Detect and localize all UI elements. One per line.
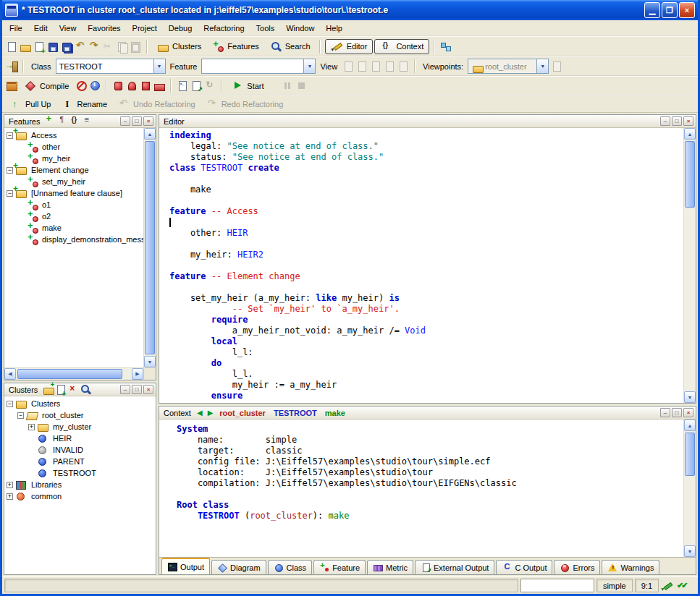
features-tool-button[interactable]: Features: [207, 39, 263, 54]
menu-tools[interactable]: Tools: [250, 22, 281, 35]
tree-item-unnamed-feature-clause[interactable]: −[Unnamed feature clause]: [4, 187, 143, 199]
restore-button[interactable]: ❐: [662, 2, 678, 18]
external-console-icon[interactable]: [190, 80, 203, 92]
menu-debug[interactable]: Debug: [163, 22, 198, 35]
tree-item-heir[interactable]: HEIR: [4, 433, 156, 444]
close-panel-button[interactable]: ×: [143, 116, 153, 126]
tree-item-root-cluster[interactable]: −root_cluster: [4, 409, 156, 421]
tab-warnings[interactable]: Warnings: [602, 560, 659, 574]
maximize-panel-button[interactable]: □: [672, 408, 682, 417]
expand-icon[interactable]: +: [7, 493, 13, 500]
tree-item-clusters[interactable]: −Clusters: [4, 398, 156, 409]
features-horizontal-scrollbar[interactable]: ◀ ▶: [4, 367, 156, 380]
pull-up-button[interactable]: Pull Up: [5, 97, 55, 112]
add-document-icon[interactable]: [33, 41, 46, 53]
collapse-icon[interactable]: −: [17, 412, 24, 419]
tree-item-make[interactable]: make: [4, 222, 143, 234]
scroll-thumb[interactable]: [145, 141, 155, 354]
scroll-up-icon[interactable]: ▲: [144, 128, 156, 140]
tab-class[interactable]: Class: [268, 560, 313, 574]
remove-item-icon[interactable]: [67, 383, 78, 396]
signature-icon[interactable]: [56, 115, 68, 127]
expand-icon[interactable]: +: [7, 482, 13, 488]
maximize-panel-button[interactable]: □: [132, 116, 142, 126]
features-vertical-scrollbar[interactable]: ▲ ▼: [143, 128, 156, 367]
tree-item-other[interactable]: other: [4, 141, 143, 153]
collapse-icon[interactable]: −: [7, 167, 13, 174]
menu-file[interactable]: File: [4, 22, 28, 35]
chevron-down-icon[interactable]: ▼: [536, 59, 549, 74]
add-class-icon[interactable]: [54, 383, 66, 396]
collapse-icon[interactable]: −: [7, 132, 13, 139]
start-button[interactable]: Start: [227, 78, 268, 93]
diagram-tool-icon[interactable]: [439, 41, 452, 53]
system-info-icon[interactable]: [5, 80, 18, 92]
redo-icon[interactable]: [88, 41, 101, 53]
tab-external-output[interactable]: External Output: [415, 560, 494, 574]
breadcrumb-feature[interactable]: make: [322, 409, 348, 417]
save-all-icon[interactable]: [60, 41, 73, 53]
add-feature-icon[interactable]: [44, 115, 56, 127]
melt-icon[interactable]: [111, 80, 125, 92]
editor-tool-button[interactable]: Editor: [325, 39, 374, 54]
viewpoints-combobox[interactable]: root_cluster ▼: [468, 59, 549, 74]
compile-button[interactable]: Compile: [20, 78, 73, 93]
close-panel-button[interactable]: ×: [143, 385, 153, 394]
class-combobox-value[interactable]: TESTROOT: [56, 59, 153, 74]
context-vertical-scrollbar[interactable]: ▲ ▼: [683, 420, 696, 557]
close-panel-button[interactable]: ×: [683, 116, 693, 126]
collapse-icon[interactable]: −: [7, 401, 13, 407]
maximize-panel-button[interactable]: □: [132, 385, 142, 394]
tree-item-my-heir[interactable]: my_heir: [4, 153, 143, 164]
maximize-panel-button[interactable]: □: [672, 116, 682, 126]
tab-metric[interactable]: Metric: [367, 560, 413, 574]
collapse-icon[interactable]: −: [7, 190, 13, 197]
tree-item-common[interactable]: +common: [4, 490, 156, 502]
breadcrumb-cluster[interactable]: root_cluster: [216, 409, 269, 417]
close-panel-button[interactable]: ×: [683, 408, 693, 417]
search-small-icon[interactable]: [79, 383, 90, 396]
minimize-panel-button[interactable]: –: [120, 116, 130, 126]
scroll-track[interactable]: [16, 368, 132, 380]
tree-item-o1[interactable]: o1: [4, 199, 143, 210]
tree-item-parent[interactable]: PARENT: [4, 456, 156, 467]
status-input[interactable]: [520, 579, 594, 592]
new-document-icon[interactable]: [5, 41, 18, 53]
editor-code-area[interactable]: indexing legal: "See notice at end of cl…: [159, 128, 683, 403]
tree-item-element-change[interactable]: −Element change: [4, 164, 143, 176]
scroll-track[interactable]: [684, 140, 696, 391]
tree-item-libraries[interactable]: +Libraries: [4, 479, 156, 490]
minimize-button[interactable]: ▁: [644, 2, 660, 18]
tab-c-output[interactable]: C Output: [496, 560, 552, 574]
navigate-back-icon[interactable]: ◀: [195, 409, 204, 417]
menu-edit[interactable]: Edit: [28, 22, 54, 35]
console-icon[interactable]: [176, 80, 189, 92]
alias-icon[interactable]: [81, 115, 93, 127]
chevron-down-icon[interactable]: ▼: [303, 59, 316, 74]
scroll-up-icon[interactable]: ▲: [684, 420, 696, 431]
tree-item-invalid[interactable]: INVALID: [4, 444, 156, 456]
tab-diagram[interactable]: Diagram: [211, 560, 266, 574]
expand-icon[interactable]: +: [28, 424, 35, 430]
menu-favorites[interactable]: Favorites: [82, 22, 126, 35]
scroll-down-icon[interactable]: ▼: [144, 356, 156, 367]
info-icon[interactable]: [88, 80, 101, 92]
tree-item-testroot[interactable]: TESTROOT: [4, 467, 156, 479]
tree-item-my-cluster[interactable]: +my_cluster: [4, 421, 156, 433]
feature-combobox-value[interactable]: [201, 59, 303, 74]
menu-project[interactable]: Project: [127, 22, 163, 35]
scroll-thumb[interactable]: [17, 369, 122, 379]
new-cluster-icon[interactable]: [42, 383, 54, 396]
scroll-thumb[interactable]: [685, 141, 695, 208]
tree-item-o2[interactable]: o2: [4, 210, 143, 222]
breadcrumb-class[interactable]: TESTROOT: [271, 409, 320, 417]
minimize-panel-button[interactable]: –: [660, 116, 670, 126]
tab-errors[interactable]: Errors: [554, 560, 600, 574]
scroll-up-icon[interactable]: ▲: [684, 128, 696, 140]
cancel-compile-icon[interactable]: [75, 80, 88, 92]
editor-vertical-scrollbar[interactable]: ▲ ▼: [683, 128, 696, 403]
minimize-panel-button[interactable]: –: [120, 385, 130, 394]
scroll-track[interactable]: [684, 431, 696, 545]
freeze-icon[interactable]: [125, 80, 138, 92]
class-combobox[interactable]: TESTROOT ▼: [56, 59, 166, 74]
